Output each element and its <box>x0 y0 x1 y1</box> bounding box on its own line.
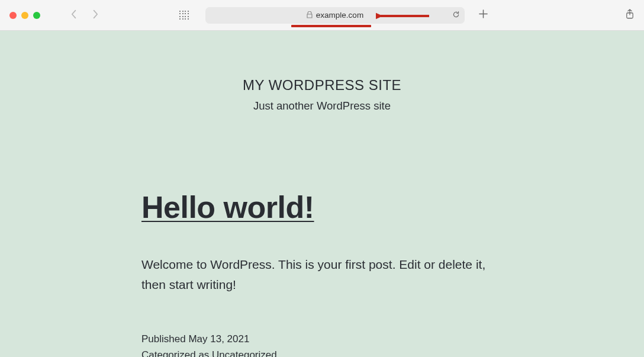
fullscreen-window-button[interactable] <box>33 12 40 19</box>
post-published: Published May 13, 2021 <box>141 331 503 347</box>
plus-icon <box>479 9 488 21</box>
reload-icon <box>452 10 460 20</box>
new-tab-button[interactable] <box>479 9 488 21</box>
page-content: MY WORDPRESS SITE Just another WordPress… <box>0 31 644 357</box>
start-page-button[interactable] <box>179 11 189 20</box>
lock-icon <box>307 10 313 21</box>
post-category: Categorized as Uncategorized <box>141 347 503 357</box>
post-title-text: Hello world! <box>141 190 314 224</box>
post-meta: Published May 13, 2021 Categorized as Un… <box>141 331 503 357</box>
chevron-right-icon <box>92 9 99 21</box>
forward-button[interactable] <box>91 11 99 20</box>
share-icon <box>625 9 635 22</box>
post: Hello world! Welcome to WordPress. This … <box>141 189 503 357</box>
post-title-link[interactable]: Hello world! <box>141 189 503 225</box>
browser-toolbar: example.com <box>0 0 644 31</box>
published-date: May 13, 2021 <box>188 333 249 345</box>
site-tagline: Just another WordPress site <box>0 99 644 112</box>
address-bar[interactable]: example.com <box>205 7 465 24</box>
published-label: Published <box>141 333 188 345</box>
minimize-window-button[interactable] <box>21 12 28 19</box>
close-window-button[interactable] <box>9 12 17 19</box>
chevron-left-icon <box>70 9 78 21</box>
post-body: Welcome to WordPress. This is your first… <box>141 255 503 294</box>
categorized-label: Categorized as <box>141 349 212 357</box>
url-text: example.com <box>316 11 363 20</box>
nav-arrows <box>70 11 99 20</box>
category-link[interactable]: Uncategorized <box>212 349 277 357</box>
back-button[interactable] <box>70 11 78 20</box>
reload-button[interactable] <box>452 10 460 21</box>
site-header: MY WORDPRESS SITE Just another WordPress… <box>0 31 644 112</box>
grid-icon <box>179 11 189 20</box>
site-title[interactable]: MY WORDPRESS SITE <box>0 77 644 94</box>
share-button[interactable] <box>625 9 635 22</box>
window-controls <box>9 12 40 19</box>
